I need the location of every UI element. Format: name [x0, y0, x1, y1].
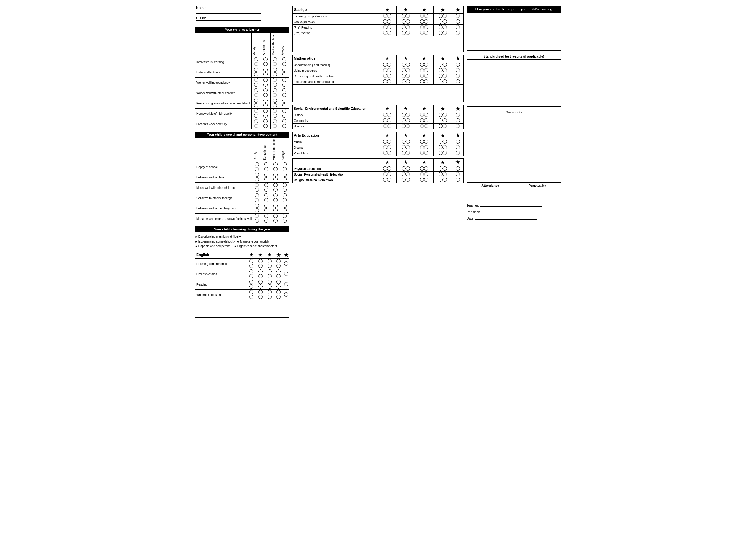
- circle-1: [282, 114, 286, 118]
- circle-0: [264, 204, 268, 208]
- mostoftime-cell: [271, 193, 280, 203]
- circle-1: [406, 113, 410, 117]
- sometimes-cell: [261, 78, 270, 88]
- arts-table: Arts Education ★ ★ ★ ★ ★ Music Drama: [292, 132, 464, 156]
- gaeilge-space: [292, 36, 464, 52]
- class-label: Class:: [196, 16, 261, 21]
- circle-0: [263, 57, 268, 62]
- circle-0: [263, 98, 268, 103]
- support-box[interactable]: [467, 13, 561, 51]
- circle-0: [255, 162, 259, 166]
- row-label: Happy at school: [195, 162, 253, 172]
- circle-0: [402, 140, 406, 144]
- circle-0: [439, 63, 443, 67]
- star4-cell: [274, 269, 283, 279]
- always-cell: [280, 67, 289, 78]
- circle-1: [254, 62, 258, 66]
- table-row: Mixes well with other children: [195, 183, 289, 193]
- table-row: (Pre) Writing: [293, 30, 464, 36]
- sese-star-4: ★: [433, 105, 451, 113]
- circle-0: [439, 124, 443, 128]
- circle-0: [282, 109, 286, 113]
- other-star-1: ★: [378, 159, 396, 166]
- circle-1: [263, 103, 268, 107]
- circle-0: [420, 124, 424, 128]
- subject-row-label: Religious/Ethical Education: [293, 177, 378, 183]
- table-row: (Pre) Reading: [293, 25, 464, 30]
- circle-0: [439, 79, 443, 84]
- star5-cell: [452, 177, 464, 183]
- circle-1: [274, 208, 278, 213]
- circle-0: [402, 172, 406, 176]
- circle-0: [439, 118, 443, 122]
- circle-0: [402, 68, 406, 72]
- circle-1: [387, 124, 391, 128]
- circle-1: [406, 74, 410, 78]
- star3-cell: [415, 62, 433, 68]
- circle-0: [456, 14, 460, 18]
- table-row: Oral expression: [293, 19, 464, 25]
- mostoftime-cell: [270, 57, 280, 67]
- sometimes-cell: [261, 119, 270, 129]
- circle-1: [443, 14, 447, 18]
- circle-0: [282, 67, 286, 72]
- social-header: Your child's social and personal develop…: [195, 132, 289, 138]
- middle-column: Gaeilge ★ ★ ★ ★ ★ Listening comprehensio…: [292, 6, 464, 318]
- circle-0: [439, 74, 443, 78]
- sometimes-cell: [262, 162, 271, 172]
- table-row: Using procedures: [293, 68, 464, 73]
- table-row: Manages and expresses own feelings well: [195, 214, 289, 224]
- circle-0: [264, 183, 268, 187]
- circle-1: [443, 151, 447, 155]
- rarely-cell: [251, 109, 261, 119]
- report-card: Name: Class: Your child as a learner Rar…: [195, 6, 561, 318]
- circle-1: [274, 177, 278, 181]
- gaeilge-star-5: ★: [452, 6, 464, 13]
- subject-row-label: Reading: [195, 279, 247, 290]
- circle-1: [406, 124, 410, 128]
- star1-cell: [378, 13, 396, 19]
- table-row: Listening comprehension: [293, 13, 464, 19]
- star3-cell: [415, 172, 433, 177]
- circle-1: [282, 93, 286, 97]
- star3-cell: [415, 177, 433, 183]
- star3-cell: [415, 13, 433, 19]
- circle-1: [254, 124, 258, 128]
- rarely-cell: [251, 88, 261, 98]
- sometimes-cell: [262, 203, 271, 214]
- circle-1: [254, 93, 258, 97]
- circle-0: [255, 193, 259, 197]
- always-cell: [280, 203, 289, 214]
- always-cell: [280, 98, 289, 109]
- circle-0: [456, 79, 460, 84]
- sese-star-2: ★: [396, 105, 415, 113]
- circle-0: [383, 172, 387, 176]
- circle-0: [456, 118, 460, 122]
- circle-1: [443, 124, 447, 128]
- circle-1: [406, 140, 410, 144]
- star3-cell: [415, 68, 433, 73]
- circle-0: [402, 178, 406, 182]
- circle-0: [420, 14, 424, 18]
- date-underline: [475, 219, 537, 219]
- circle-0: [420, 74, 424, 78]
- circle-0: [439, 14, 443, 18]
- sometimes-cell: [261, 88, 270, 98]
- table-row: Understanding and recalling: [293, 62, 464, 68]
- sometimes-cell: [262, 214, 271, 224]
- star2-cell: [396, 139, 415, 145]
- circle-1: [406, 31, 410, 35]
- circle-0: [402, 25, 406, 29]
- star4-cell: [433, 73, 451, 79]
- circle-0: [268, 269, 272, 273]
- table-row: Oral expression: [195, 269, 289, 279]
- star4-cell: [433, 177, 451, 183]
- star4-cell: [433, 19, 451, 25]
- star5-cell: [452, 124, 464, 129]
- standardised-box[interactable]: [467, 59, 561, 107]
- legend-line-1: ★ Experiencing significant difficulty: [195, 235, 289, 239]
- comments-box[interactable]: [467, 115, 561, 180]
- circle-1: [387, 140, 391, 144]
- circle-0: [456, 178, 460, 182]
- star5-cell: [283, 269, 289, 279]
